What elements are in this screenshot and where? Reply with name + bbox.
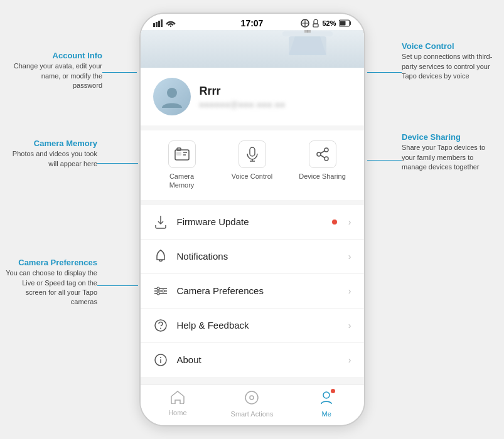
phone-frame: 17:07 52%	[139, 13, 365, 426]
firmware-icon	[153, 214, 168, 230]
nav-smart-actions[interactable]: Smart Actions	[227, 390, 277, 418]
device-sharing-button[interactable]: Device Sharing	[298, 140, 348, 190]
status-time: 17:07	[241, 18, 264, 28]
menu-item-firmware[interactable]: Firmware Update ›	[141, 205, 364, 240]
nav-me[interactable]: Me	[301, 390, 351, 418]
line-device-sharing	[367, 160, 402, 161]
svg-point-43	[323, 392, 330, 398]
firmware-label: Firmware Update	[177, 216, 323, 227]
camera-memory-label: CameraMemory	[169, 172, 195, 190]
annotation-voice-control: Voice Control Set up connections with th…	[402, 41, 499, 81]
svg-point-33	[157, 287, 159, 290]
smart-actions-label: Smart Actions	[231, 410, 274, 418]
svg-point-15	[167, 88, 177, 98]
line-account-info	[102, 72, 137, 73]
status-signal	[153, 19, 176, 27]
about-chevron: ›	[348, 355, 351, 365]
device-sharing-icon	[309, 140, 336, 168]
me-label: Me	[322, 410, 331, 418]
svg-point-24	[324, 148, 328, 152]
line-camera-memory	[97, 163, 138, 164]
svg-rect-8	[313, 24, 318, 27]
notifications-icon	[153, 249, 168, 264]
nav-home[interactable]: Home	[153, 390, 203, 418]
svg-point-36	[155, 320, 166, 331]
status-icons: 52%	[301, 19, 351, 28]
status-bar: 17:07 52%	[141, 14, 364, 30]
menu-section: Firmware Update › Notifications ›	[141, 205, 364, 377]
annotation-camera-prefs: Camera Preferences You can choose to dis…	[3, 257, 97, 307]
about-icon	[153, 352, 168, 368]
svg-point-26	[324, 157, 328, 161]
camera-prefs-label: Camera Preferences	[177, 285, 340, 296]
annotation-account-info: Account Info Change your avata, edit you…	[11, 50, 102, 90]
help-icon	[153, 318, 168, 333]
bottom-nav: Home Smart Actions	[141, 384, 364, 425]
about-label: About	[177, 354, 340, 365]
svg-point-39	[160, 357, 161, 358]
svg-rect-2	[158, 21, 160, 27]
device-sharing-label: Device Sharing	[299, 172, 346, 181]
me-notification-dot	[331, 389, 335, 393]
svg-rect-3	[161, 19, 163, 27]
quick-actions: CameraMemory Voice Control	[141, 130, 364, 200]
me-icon-inner	[319, 390, 334, 409]
profile-name: Rrrr	[200, 85, 351, 98]
annotation-camera-memory: Camera Memory Photos and videos you took…	[6, 138, 97, 169]
svg-point-35	[157, 292, 159, 295]
home-icon	[170, 390, 185, 408]
svg-point-4	[169, 26, 171, 27]
menu-item-camera-prefs[interactable]: Camera Preferences ›	[141, 274, 364, 309]
svg-point-41	[245, 391, 258, 404]
phone-content: Rrrr ●●●●●●@●●●.●●●.●●	[141, 30, 364, 384]
smart-actions-icon	[244, 390, 259, 409]
profile-section: Rrrr ●●●●●●@●●●.●●●.●●	[141, 68, 364, 125]
notifications-label: Notifications	[177, 251, 340, 262]
camera-prefs-icon	[153, 283, 168, 299]
svg-rect-1	[156, 22, 158, 27]
battery-percent: 52%	[322, 19, 336, 27]
home-label: Home	[168, 409, 186, 416]
camera-memory-icon	[168, 140, 196, 168]
svg-rect-0	[153, 23, 155, 27]
svg-rect-10	[340, 21, 345, 26]
menu-item-help[interactable]: Help & Feedback ›	[141, 309, 364, 343]
menu-item-notifications[interactable]: Notifications ›	[141, 240, 364, 274]
notifications-chevron: ›	[348, 251, 351, 262]
profile-background	[141, 30, 364, 68]
svg-rect-17	[177, 148, 181, 151]
svg-point-37	[160, 327, 161, 329]
annotation-device-sharing: Device Sharing Share your Tapo devices t…	[402, 132, 499, 172]
avatar	[153, 78, 191, 115]
line-camera-prefs	[97, 285, 138, 286]
firmware-chevron: ›	[348, 217, 351, 227]
svg-line-28	[320, 156, 324, 158]
svg-line-27	[320, 151, 324, 154]
menu-item-about[interactable]: About ›	[141, 343, 364, 377]
camera-memory-button[interactable]: CameraMemory	[157, 140, 207, 190]
svg-point-34	[162, 290, 164, 292]
help-label: Help & Feedback	[177, 320, 340, 331]
light-fixture	[270, 30, 345, 65]
voice-control-icon	[239, 140, 266, 168]
voice-control-button[interactable]: Voice Control	[227, 140, 277, 190]
profile-info: Rrrr ●●●●●●@●●●.●●●.●●	[200, 85, 351, 109]
profile-email: ●●●●●●@●●●.●●●.●●	[200, 100, 351, 109]
me-icon	[319, 390, 334, 409]
svg-point-42	[250, 396, 254, 399]
svg-rect-18	[176, 152, 181, 156]
outer-container: Account Info Change your avata, edit you…	[0, 0, 504, 439]
spacer	[141, 377, 364, 384]
svg-rect-21	[250, 147, 255, 156]
voice-control-label: Voice Control	[232, 172, 272, 181]
camera-prefs-chevron: ›	[348, 286, 351, 296]
help-chevron: ›	[348, 320, 351, 331]
firmware-badge	[332, 220, 337, 225]
line-voice-control	[367, 72, 402, 73]
svg-point-25	[317, 152, 321, 156]
